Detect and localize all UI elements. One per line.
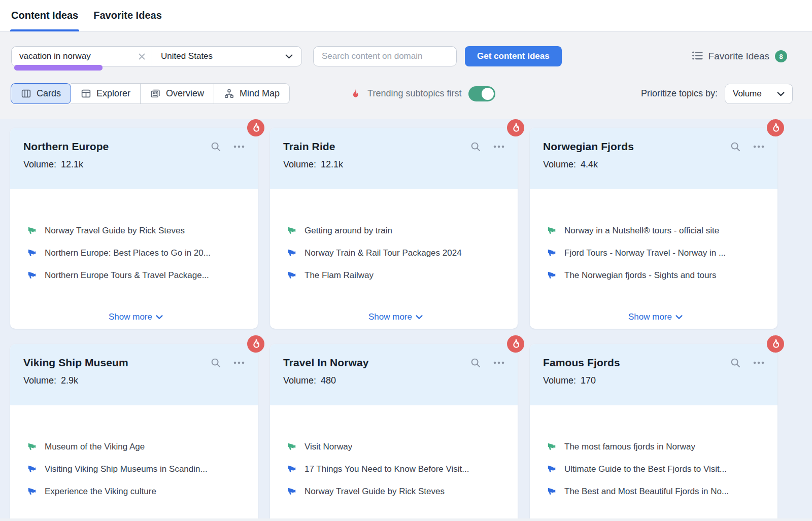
trending-label: Trending subtopics first bbox=[367, 88, 461, 99]
search-icon[interactable] bbox=[211, 358, 221, 368]
headline-item[interactable]: Experience the Viking culture bbox=[27, 485, 245, 498]
view-tab-cards[interactable]: Cards bbox=[11, 83, 71, 104]
list-icon bbox=[692, 51, 703, 62]
view-switcher: Cards Explorer bbox=[11, 83, 290, 104]
search-icon[interactable] bbox=[211, 142, 221, 152]
card-title: Northern Europe bbox=[23, 141, 109, 153]
view-label: Explorer bbox=[96, 88, 130, 99]
favorite-ideas-label: Favorite Ideas bbox=[708, 51, 769, 62]
topic-card: Norwegian Fjords Volume: 4 bbox=[530, 128, 777, 329]
topic-query-group: United States bbox=[11, 46, 302, 66]
topic-card: Northern Europe Volume: 12 bbox=[10, 128, 258, 329]
headline-item[interactable]: The Best and Most Beautiful Fjords in No… bbox=[547, 485, 764, 498]
search-icon[interactable] bbox=[470, 358, 481, 368]
fire-icon bbox=[350, 88, 361, 99]
favorite-ideas-button[interactable]: Favorite Ideas 8 bbox=[692, 50, 787, 62]
topic-search-field[interactable] bbox=[12, 47, 152, 66]
show-more-label: Show more bbox=[368, 312, 412, 322]
clear-query-icon[interactable] bbox=[139, 53, 145, 60]
headline-item[interactable]: The most famous fjords in Norway bbox=[547, 441, 764, 453]
volume-label: Volume: bbox=[283, 375, 316, 386]
show-more-link[interactable]: Show more bbox=[628, 312, 683, 322]
headline-item[interactable]: Getting around by train bbox=[287, 225, 504, 237]
card-title: Norwegian Fjords bbox=[543, 141, 634, 153]
megaphone-icon bbox=[547, 486, 558, 497]
mindmap-icon bbox=[224, 88, 234, 99]
search-icon[interactable] bbox=[470, 142, 481, 152]
view-toolbar-row: Cards Explorer bbox=[11, 83, 793, 104]
search-icon[interactable] bbox=[730, 358, 741, 368]
card-title: Famous Fjords bbox=[543, 357, 620, 369]
trending-toggle-group: Trending subtopics first bbox=[350, 86, 495, 101]
headline-item[interactable]: 17 Things You Need to Know Before Visit.… bbox=[287, 463, 504, 475]
table-icon bbox=[81, 88, 91, 99]
ellipsis-menu-icon[interactable] bbox=[233, 361, 245, 364]
headline-item[interactable]: Northern Europe: Best Places to Go in 20… bbox=[27, 247, 245, 259]
tab-label: Favorite Ideas bbox=[93, 10, 162, 21]
headline-item[interactable]: Fjord Tours - Norway Travel - Norway in … bbox=[547, 247, 764, 259]
tab-label: Content Ideas bbox=[11, 10, 78, 21]
megaphone-icon bbox=[27, 270, 38, 281]
search-icon[interactable] bbox=[730, 142, 741, 152]
card-header: Famous Fjords Volume: 170 bbox=[530, 344, 777, 405]
tab-content-ideas[interactable]: Content Ideas bbox=[11, 0, 78, 31]
ellipsis-menu-icon[interactable] bbox=[493, 361, 504, 364]
headline-item[interactable]: Museum of the Viking Age bbox=[27, 441, 245, 453]
megaphone-icon bbox=[287, 270, 298, 281]
report-icon bbox=[150, 88, 161, 99]
tab-favorite-ideas[interactable]: Favorite Ideas bbox=[93, 0, 162, 31]
view-tab-overview[interactable]: Overview bbox=[141, 83, 214, 104]
get-content-ideas-button[interactable]: Get content ideas bbox=[465, 46, 562, 66]
card-title: Travel In Norway bbox=[283, 357, 369, 369]
ellipsis-menu-icon[interactable] bbox=[753, 145, 764, 148]
trending-toggle[interactable] bbox=[468, 86, 495, 101]
card-body: Norway Travel Guide by Rick Steves North… bbox=[10, 189, 258, 329]
headline-item[interactable]: Norway Travel Guide by Rick Steves bbox=[287, 485, 504, 498]
headline-item[interactable]: The Flam Railway bbox=[287, 269, 504, 282]
purple-highlight-underline bbox=[14, 65, 103, 71]
card-header: Viking Ship Museum Volume: bbox=[10, 344, 258, 405]
view-label: Overview bbox=[166, 88, 204, 99]
show-more-link[interactable]: Show more bbox=[368, 312, 423, 322]
megaphone-icon bbox=[547, 270, 558, 281]
headline-item[interactable]: Visiting Viking Ship Museums in Scandin.… bbox=[27, 463, 245, 475]
megaphone-icon bbox=[287, 441, 298, 453]
prioritize-label: Prioritize topics by: bbox=[641, 88, 718, 99]
headline-item[interactable]: Visit Norway bbox=[287, 441, 504, 453]
headline-item[interactable]: Norway in a Nutshell® tours - official s… bbox=[547, 225, 764, 237]
headline-item[interactable]: The Norwegian fjords - Sights and tours bbox=[547, 269, 764, 282]
prioritize-select[interactable]: Volume bbox=[725, 84, 793, 104]
prioritize-group: Prioritize topics by: Volume bbox=[641, 84, 793, 104]
headline-item[interactable]: Norway Train & Rail Tour Packages 2024 bbox=[287, 247, 504, 259]
topic-search-input[interactable] bbox=[19, 51, 139, 61]
headline-item[interactable]: Northern Europe Tours & Travel Package..… bbox=[27, 269, 245, 282]
show-more-link[interactable]: Show more bbox=[109, 312, 163, 322]
card-body: Getting around by train Norway Train & R… bbox=[270, 189, 518, 329]
megaphone-icon bbox=[547, 441, 558, 453]
country-select[interactable]: United States bbox=[152, 47, 301, 66]
show-more-label: Show more bbox=[109, 312, 152, 322]
trending-fire-badge bbox=[247, 119, 264, 136]
volume-value: 12.1k bbox=[321, 159, 343, 170]
view-label: Mind Map bbox=[240, 88, 280, 99]
card-body: Museum of the Viking Age Visiting Viking… bbox=[10, 405, 258, 521]
megaphone-icon bbox=[27, 225, 38, 236]
country-value: United States bbox=[161, 51, 213, 61]
headline-item[interactable]: Ultimate Guide to the Best Fjords to Vis… bbox=[547, 463, 764, 475]
megaphone-icon bbox=[547, 248, 558, 259]
view-tab-explorer[interactable]: Explorer bbox=[71, 83, 141, 104]
domain-search-input[interactable] bbox=[313, 46, 457, 66]
headline-item[interactable]: Norway Travel Guide by Rick Steves bbox=[27, 225, 245, 237]
card-header: Train Ride Volume: 12.1k bbox=[270, 128, 518, 189]
toggle-knob bbox=[482, 88, 494, 100]
ellipsis-menu-icon[interactable] bbox=[493, 145, 504, 148]
megaphone-icon bbox=[287, 464, 298, 475]
top-tab-bar: Content Ideas Favorite Ideas bbox=[0, 0, 812, 31]
card-title: Train Ride bbox=[283, 141, 335, 153]
prioritize-value: Volume bbox=[733, 89, 762, 99]
card-body: Visit Norway 17 Things You Need to Know … bbox=[270, 405, 518, 521]
ellipsis-menu-icon[interactable] bbox=[753, 361, 764, 364]
favorites-count-badge: 8 bbox=[775, 50, 787, 62]
view-tab-mind-map[interactable]: Mind Map bbox=[214, 83, 290, 104]
ellipsis-menu-icon[interactable] bbox=[233, 145, 245, 148]
